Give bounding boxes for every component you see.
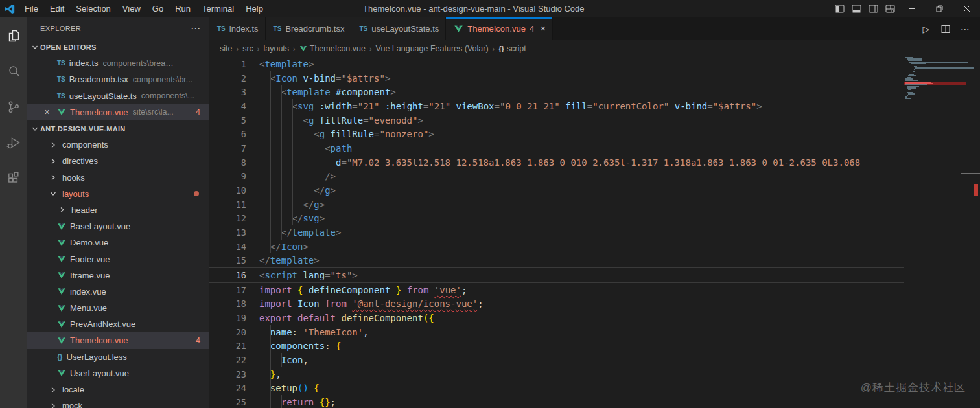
customize-layout-icon[interactable] (881, 0, 898, 17)
code-line[interactable]: 23 }, (209, 367, 904, 381)
menu-selection[interactable]: Selection (70, 0, 116, 17)
restore-button[interactable] (926, 0, 953, 17)
toggle-sidebar-icon[interactable] (831, 0, 848, 17)
code-line[interactable]: 5 <g fillRule="evenodd"> (209, 113, 904, 128)
line-number[interactable]: 4 (209, 101, 246, 111)
code-line[interactable]: 24 setup() { (209, 381, 904, 395)
vscode-logo-icon[interactable] (5, 4, 15, 14)
activity-explorer[interactable] (0, 17, 27, 53)
line-number[interactable]: 9 (209, 171, 246, 181)
code-line[interactable]: 19export default defineComponent({ (209, 311, 904, 325)
menu-file[interactable]: File (19, 0, 44, 17)
menu-help[interactable]: Help (240, 0, 269, 17)
breadcrumb-item-src[interactable]: src (242, 44, 253, 53)
code-line[interactable]: 12 </svg> (209, 211, 904, 225)
activity-extensions[interactable] (0, 160, 27, 196)
tree-folder-components[interactable]: components (27, 137, 209, 153)
line-number[interactable]: 12 (209, 213, 246, 223)
menu-go[interactable]: Go (146, 0, 169, 17)
line-number[interactable]: 23 (209, 369, 246, 380)
breadcrumb-item-vue-language-features-volar-[interactable]: Vue Language Features (Volar) (376, 44, 489, 53)
breadcrumb-item-site[interactable]: site (220, 44, 232, 53)
line-number[interactable]: 11 (209, 199, 246, 210)
tree-file-baselayout-vue[interactable]: BaseLayout.vue (27, 218, 209, 234)
code-line[interactable]: 17import { defineComponent } from 'vue'; (209, 283, 904, 297)
line-number[interactable]: 13 (209, 227, 246, 238)
tree-folder-locale[interactable]: locale (27, 381, 209, 398)
open-editor-item[interactable]: ✕ThemeIcon.vuesite\src\la...4 (27, 104, 209, 120)
line-number[interactable]: 25 (209, 397, 246, 407)
tree-file-prevandnext-vue[interactable]: PrevAndNext.vue (27, 316, 209, 332)
code-line[interactable]: 13 </template> (209, 225, 904, 240)
activity-source-control[interactable] (0, 89, 27, 124)
tab-breadcrumb-tsx[interactable]: TSBreadcrumb.tsx (266, 17, 352, 40)
tree-folder-hooks[interactable]: hooks (27, 170, 209, 186)
code-line[interactable]: 15</template> (209, 253, 904, 267)
tab-themeicon-vue[interactable]: ThemeIcon.vue4✕ (446, 17, 553, 40)
line-number[interactable]: 24 (209, 383, 246, 393)
tree-folder-mock[interactable]: mock (27, 398, 209, 408)
menu-run[interactable]: Run (169, 0, 196, 17)
workspace-root-header[interactable]: ANT-DESIGN-VUE-MAIN (27, 120, 209, 137)
code-line[interactable]: 2 <Icon v-bind="$attrs"> (209, 71, 904, 85)
tree-file-themeicon-vue[interactable]: ThemeIcon.vue4 (27, 332, 209, 348)
line-number[interactable]: 21 (209, 341, 246, 351)
code-line[interactable]: 9 /> (209, 169, 904, 183)
breadcrumb-item-layouts[interactable]: layouts (263, 44, 289, 53)
tree-file-demo-vue[interactable]: Demo.vue (27, 234, 209, 251)
breadcrumb-item-themeicon-vue[interactable]: ThemeIcon.vue (299, 44, 366, 53)
line-number[interactable]: 20 (209, 327, 246, 337)
tree-file-index-vue[interactable]: index.vue (27, 284, 209, 300)
line-number[interactable]: 19 (209, 313, 246, 323)
code-editor[interactable]: 1<template>2 <Icon v-bind="$attrs">3 <te… (209, 57, 904, 408)
minimize-button[interactable] (898, 0, 926, 17)
run-file-icon[interactable]: ▷ (916, 24, 936, 34)
open-editor-item[interactable]: TSBreadcrumb.tsxcomponents\br... (27, 71, 209, 87)
toggle-panel-icon[interactable] (848, 0, 865, 17)
open-editor-item[interactable]: TSuseLayoutState.tscomponents\... (27, 88, 209, 104)
more-actions-icon[interactable]: ⋯ (955, 24, 975, 34)
tree-file-footer-vue[interactable]: Footer.vue (27, 251, 209, 267)
activity-search[interactable] (0, 53, 27, 89)
code-line[interactable]: 20 name: 'ThemeIcon', (209, 325, 904, 339)
tree-folder-layouts[interactable]: layouts (27, 186, 209, 202)
code-line[interactable]: 14 </Icon> (209, 240, 904, 254)
menu-terminal[interactable]: Terminal (196, 0, 240, 17)
line-number[interactable]: 1 (209, 59, 246, 69)
tab-uselayoutstate-ts[interactable]: TSuseLayoutState.ts (351, 17, 446, 40)
tab-close-icon[interactable]: ✕ (540, 25, 546, 33)
split-editor-icon[interactable] (936, 25, 955, 34)
overview-ruler[interactable] (966, 57, 980, 408)
line-number[interactable]: 16 (209, 270, 246, 280)
breadcrumb-item-script[interactable]: {}script (498, 44, 526, 53)
code-line[interactable]: 25 return {}; (209, 395, 904, 408)
line-number[interactable]: 2 (209, 73, 246, 84)
activity-run-debug[interactable] (0, 124, 27, 160)
toggle-secondary-sidebar-icon[interactable] (865, 0, 881, 17)
line-number[interactable]: 14 (209, 242, 246, 252)
open-editors-header[interactable]: OPEN EDITORS (27, 39, 209, 55)
minimap[interactable] (904, 57, 966, 251)
line-number[interactable]: 17 (209, 285, 246, 295)
sidebar-more-actions-icon[interactable]: ⋯ (191, 23, 202, 34)
tree-file-userlayout-vue[interactable]: UserLayout.vue (27, 365, 209, 381)
close-editor-icon[interactable]: ✕ (44, 108, 50, 117)
code-line[interactable]: 10 </g> (209, 183, 904, 198)
line-number[interactable]: 5 (209, 115, 246, 126)
line-number[interactable]: 10 (209, 185, 246, 196)
code-line[interactable]: 16<script lang="ts"> (209, 267, 904, 283)
code-line[interactable]: 21 components: { (209, 339, 904, 353)
code-line[interactable]: 11 </g> (209, 198, 904, 212)
code-line[interactable]: 3 <template #component> (209, 85, 904, 99)
menu-view[interactable]: View (117, 0, 146, 17)
tree-file-userlayout-less[interactable]: {}UserLayout.less (27, 349, 209, 365)
code-line[interactable]: 4 <svg :width="21" :height="21" viewBox=… (209, 99, 904, 113)
code-line[interactable]: 8 d="M7.02 3.635l12.518 12.518a1.863 1.8… (209, 155, 904, 170)
tree-folder-directives[interactable]: directives (27, 153, 209, 169)
line-number[interactable]: 8 (209, 157, 246, 168)
line-number[interactable]: 6 (209, 129, 246, 139)
code-line[interactable]: 1<template> (209, 57, 904, 71)
line-number[interactable]: 22 (209, 355, 246, 365)
menu-edit[interactable]: Edit (44, 0, 70, 17)
code-line[interactable]: 18import Icon from '@ant-design/icons-vu… (209, 297, 904, 311)
